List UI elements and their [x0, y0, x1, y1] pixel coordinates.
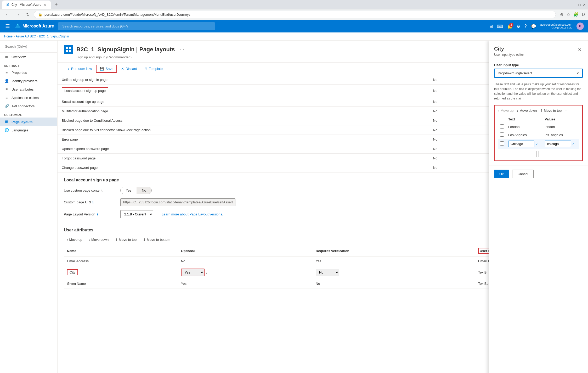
breadcrumb-home[interactable]: Home — [4, 35, 13, 38]
dt-move-down-button[interactable]: ↓ Move down — [517, 109, 537, 113]
user-input-type-label: User input type — [494, 63, 583, 67]
dt-text-input[interactable] — [508, 141, 534, 147]
user-info[interactable]: azureuser@contoso.com CONTOSO B2C — [540, 23, 572, 29]
user-input-type-dropdown[interactable]: DropdownSingleSelect ∨ — [494, 69, 583, 78]
feedback-icon[interactable]: 💬 — [531, 24, 536, 29]
minimize-icon[interactable]: — — [573, 3, 576, 7]
user-input-type-value: DropdownSingleSelect — [498, 71, 532, 75]
new-tab-button[interactable]: + — [53, 2, 60, 7]
page-layout-select[interactable]: 2.1.8 - Current — [120, 210, 153, 218]
dt-checkbox-cell[interactable] — [498, 131, 506, 139]
new-text-input[interactable] — [505, 151, 536, 157]
address-bar[interactable]: 🔒 portal.azure.com/#blade/Microsoft_AAD_… — [34, 11, 556, 18]
dt-checkbox[interactable] — [500, 124, 504, 129]
sidebar-overview[interactable]: ⊞ Overview — [0, 53, 57, 61]
ua-optional-cell: YesNo ∨ — [178, 266, 313, 279]
azure-search-input[interactable] — [58, 22, 215, 30]
custom-uri-label: Custom page URI ℹ — [64, 200, 116, 204]
dt-table-row[interactable]: Los Angeles los_angeles — [498, 131, 579, 139]
ua-move-to-bottom-button[interactable]: ⇓ Move to bottom — [140, 237, 173, 243]
portal-icon[interactable]: ⊞ — [489, 24, 493, 29]
page-name-cell: Blocked page due to Conditional Access — [58, 116, 429, 125]
tab-close-icon[interactable]: ✕ — [43, 3, 47, 7]
dt-checkbox-cell[interactable] — [498, 139, 506, 149]
languages-label: Languages — [12, 128, 28, 132]
template-button[interactable]: ⊟ Template — [141, 65, 166, 72]
sidebar-item-languages[interactable]: 🌐 Languages — [0, 126, 57, 134]
verification-select[interactable]: NoYes — [316, 269, 339, 276]
sidebar-search-input[interactable] — [2, 43, 55, 50]
profile-icon[interactable]: D — [582, 12, 585, 17]
page-more-icon[interactable]: ··· — [180, 47, 184, 52]
ua-name-cell: Email Address — [64, 256, 178, 266]
ua-move-down-button[interactable]: ↓ Move down — [86, 237, 111, 243]
new-value-input[interactable] — [539, 151, 570, 157]
nav-refresh-button[interactable]: ↻ — [24, 11, 32, 18]
dt-checkbox[interactable] — [500, 141, 504, 146]
dt-move-to-top-button[interactable]: ⇑ Move to top — [540, 109, 562, 113]
sidebar-item-identity-providers[interactable]: 👤 Identity providers — [0, 77, 57, 85]
toggle-no-button[interactable]: No — [137, 187, 151, 194]
azure-logo[interactable]: Microsoft Azure — [15, 24, 54, 29]
extensions-icon[interactable]: 🧩 — [573, 12, 579, 17]
ua-move-up-button[interactable]: ↑ Move up — [64, 237, 85, 243]
discard-button[interactable]: ✕ Discard — [118, 65, 140, 72]
right-panel-subtitle: User input type editor — [494, 53, 524, 57]
right-panel-close-button[interactable]: ✕ — [577, 46, 583, 54]
cast-icon[interactable]: ⊕ — [560, 12, 563, 17]
ua-move-to-top-label: Move to top — [119, 238, 137, 242]
nav-forward-button[interactable]: → — [14, 11, 22, 18]
settings-icon[interactable]: ⚙ — [517, 24, 520, 29]
custom-uri-input[interactable] — [120, 198, 235, 206]
browser-controls: ← → ↻ 🔒 portal.azure.com/#blade/Microsof… — [0, 9, 588, 20]
run-user-flow-button[interactable]: ▷ Run user flow — [64, 65, 95, 72]
dt-table-row[interactable]: ✓ ✓ — [498, 139, 579, 149]
discard-label: Discard — [126, 67, 137, 71]
cancel-button[interactable]: Cancel — [512, 170, 534, 178]
help-icon[interactable]: ? — [524, 24, 527, 29]
sidebar-item-page-layouts[interactable]: ⊞ Page layouts — [0, 118, 57, 126]
dt-move-up-label: Move up — [501, 109, 514, 113]
right-panel-title: City — [494, 46, 524, 52]
user-email: azureuser@contoso.com — [540, 23, 572, 26]
bookmark-icon[interactable]: ☆ — [567, 12, 570, 17]
dt-move-up-button[interactable]: ↑ Move up — [498, 109, 513, 113]
breadcrumb-aad[interactable]: Azure AD B2C — [16, 35, 36, 38]
save-button[interactable]: 💾 Save — [96, 65, 117, 73]
ok-button[interactable]: Ok — [494, 170, 509, 178]
hamburger-menu-icon[interactable]: ☰ — [4, 22, 11, 30]
cloudshell-icon[interactable]: ⌨ — [497, 24, 503, 29]
dt-text-cell: Los Angeles — [506, 131, 543, 139]
nav-back-button[interactable]: ← — [3, 11, 12, 18]
dt-move-down-label: Move down — [519, 109, 537, 113]
ua-move-to-top-button[interactable]: ⇑ Move to top — [112, 237, 139, 243]
dt-checkbox[interactable] — [500, 132, 504, 137]
browser-tab[interactable]: 🏛 City - Microsoft Azure ✕ — [2, 1, 51, 9]
browser-tab-title: City - Microsoft Azure — [12, 3, 41, 7]
sidebar: ⊞ Overview Settings ≡ Properties 👤 Ident… — [0, 41, 58, 373]
sidebar-item-api-connectors[interactable]: 🔗 API connectors — [0, 102, 57, 110]
breadcrumb-current[interactable]: B2C_1_SignupSignin — [39, 35, 69, 38]
dt-value-input[interactable] — [545, 141, 571, 147]
ua-name-cell: Given Name — [64, 279, 178, 288]
notifications-badge: 2 — [509, 23, 513, 27]
dt-value-checkmark: ✓ — [572, 142, 575, 146]
close-icon[interactable]: ✕ — [583, 3, 586, 7]
page-name-cell: Blocked page due to API connector ShowBl… — [58, 125, 429, 135]
toggle-yes-button[interactable]: Yes — [121, 187, 137, 194]
dt-checkbox-cell[interactable] — [498, 123, 506, 131]
right-panel-header: City User input type editor ✕ — [489, 41, 588, 59]
dropdown-chevron-icon: ∨ — [576, 71, 579, 75]
sidebar-item-application-claims[interactable]: ≡ Application claims — [0, 93, 57, 102]
user-avatar[interactable]: D — [576, 23, 584, 30]
learn-more-link[interactable]: Learn more about Page Layout versions. — [162, 212, 223, 216]
ua-optional-cell: No — [178, 256, 313, 266]
sidebar-item-properties[interactable]: ≡ Properties — [0, 68, 57, 77]
dt-table-row[interactable]: London london — [498, 123, 579, 131]
dt-more-button[interactable]: ··· — [565, 109, 568, 113]
page-name-cell: Forgot password page — [58, 154, 429, 163]
sidebar-item-user-attributes[interactable]: ≡ User attributes — [0, 85, 57, 93]
maximize-icon[interactable]: □ — [579, 3, 581, 7]
right-panel-body: User input type DropdownSingleSelect ∨ T… — [489, 59, 588, 165]
optional-select[interactable]: YesNo — [181, 269, 205, 276]
